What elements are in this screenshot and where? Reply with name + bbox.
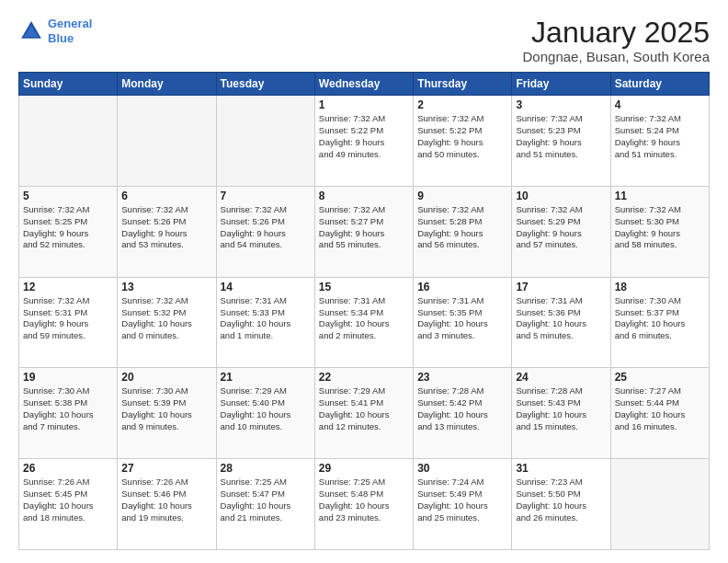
day-number: 7 xyxy=(221,190,311,202)
col-sunday: Sunday xyxy=(19,73,118,96)
table-cell xyxy=(610,459,709,550)
day-number: 2 xyxy=(417,98,507,111)
day-info: Sunrise: 7:30 AM Sunset: 5:38 PM Dayligh… xyxy=(23,385,113,432)
day-number: 8 xyxy=(319,190,409,202)
week-row-4: 19Sunrise: 7:30 AM Sunset: 5:38 PM Dayli… xyxy=(19,368,710,459)
page: General Blue January 2025 Dongnae, Busan… xyxy=(0,0,728,563)
day-info: Sunrise: 7:32 AM Sunset: 5:24 PM Dayligh… xyxy=(615,113,705,160)
col-wednesday: Wednesday xyxy=(314,73,413,96)
day-info: Sunrise: 7:32 AM Sunset: 5:28 PM Dayligh… xyxy=(417,204,507,251)
day-info: Sunrise: 7:25 AM Sunset: 5:48 PM Dayligh… xyxy=(319,477,409,523)
table-cell: 17Sunrise: 7:31 AM Sunset: 5:36 PM Dayli… xyxy=(512,277,610,368)
col-friday: Friday xyxy=(512,73,610,96)
day-number: 27 xyxy=(121,462,211,475)
day-info: Sunrise: 7:32 AM Sunset: 5:26 PM Dayligh… xyxy=(121,204,211,251)
table-cell: 10Sunrise: 7:32 AM Sunset: 5:29 PM Dayli… xyxy=(512,186,610,277)
table-cell xyxy=(216,96,314,187)
day-info: Sunrise: 7:27 AM Sunset: 5:44 PM Dayligh… xyxy=(615,385,705,432)
day-number: 22 xyxy=(319,371,409,384)
table-cell: 9Sunrise: 7:32 AM Sunset: 5:28 PM Daylig… xyxy=(414,186,512,277)
table-cell: 15Sunrise: 7:31 AM Sunset: 5:34 PM Dayli… xyxy=(314,277,413,368)
day-number: 4 xyxy=(615,98,705,111)
day-number: 31 xyxy=(516,462,606,475)
header: General Blue January 2025 Dongnae, Busan… xyxy=(18,17,710,64)
table-cell: 16Sunrise: 7:31 AM Sunset: 5:35 PM Dayli… xyxy=(414,277,512,368)
day-number: 17 xyxy=(516,281,606,293)
week-row-1: 1Sunrise: 7:32 AM Sunset: 5:22 PM Daylig… xyxy=(19,96,710,187)
col-tuesday: Tuesday xyxy=(216,73,314,96)
table-cell: 27Sunrise: 7:26 AM Sunset: 5:46 PM Dayli… xyxy=(118,459,216,550)
table-cell: 1Sunrise: 7:32 AM Sunset: 5:22 PM Daylig… xyxy=(314,96,413,187)
day-number: 13 xyxy=(121,281,211,293)
table-cell: 11Sunrise: 7:32 AM Sunset: 5:30 PM Dayli… xyxy=(610,186,709,277)
day-number: 24 xyxy=(516,371,606,384)
table-cell: 25Sunrise: 7:27 AM Sunset: 5:44 PM Dayli… xyxy=(610,368,709,459)
day-info: Sunrise: 7:31 AM Sunset: 5:36 PM Dayligh… xyxy=(516,295,606,342)
day-number: 19 xyxy=(23,371,113,384)
logo-icon xyxy=(18,18,44,44)
day-info: Sunrise: 7:29 AM Sunset: 5:40 PM Dayligh… xyxy=(221,385,311,432)
day-number: 14 xyxy=(221,281,311,293)
day-info: Sunrise: 7:32 AM Sunset: 5:23 PM Dayligh… xyxy=(516,113,606,160)
day-info: Sunrise: 7:28 AM Sunset: 5:43 PM Dayligh… xyxy=(516,385,606,432)
day-number: 29 xyxy=(319,462,409,475)
table-cell: 24Sunrise: 7:28 AM Sunset: 5:43 PM Dayli… xyxy=(512,368,610,459)
title-block: January 2025 Dongnae, Busan, South Korea xyxy=(523,17,710,64)
table-cell: 20Sunrise: 7:30 AM Sunset: 5:39 PM Dayli… xyxy=(118,368,216,459)
week-row-2: 5Sunrise: 7:32 AM Sunset: 5:25 PM Daylig… xyxy=(19,186,710,277)
table-cell: 6Sunrise: 7:32 AM Sunset: 5:26 PM Daylig… xyxy=(118,186,216,277)
day-info: Sunrise: 7:25 AM Sunset: 5:47 PM Dayligh… xyxy=(221,477,311,523)
table-cell: 22Sunrise: 7:29 AM Sunset: 5:41 PM Dayli… xyxy=(314,368,413,459)
day-info: Sunrise: 7:32 AM Sunset: 5:30 PM Dayligh… xyxy=(615,204,705,251)
day-info: Sunrise: 7:31 AM Sunset: 5:34 PM Dayligh… xyxy=(319,295,409,342)
day-number: 1 xyxy=(319,98,409,111)
day-info: Sunrise: 7:30 AM Sunset: 5:37 PM Dayligh… xyxy=(615,295,705,342)
day-info: Sunrise: 7:31 AM Sunset: 5:33 PM Dayligh… xyxy=(221,295,311,342)
day-number: 25 xyxy=(615,371,705,384)
header-row: Sunday Monday Tuesday Wednesday Thursday… xyxy=(19,73,710,96)
day-info: Sunrise: 7:31 AM Sunset: 5:35 PM Dayligh… xyxy=(417,295,507,342)
table-cell: 7Sunrise: 7:32 AM Sunset: 5:26 PM Daylig… xyxy=(216,186,314,277)
day-number: 11 xyxy=(615,190,705,202)
day-info: Sunrise: 7:23 AM Sunset: 5:50 PM Dayligh… xyxy=(516,477,606,523)
day-number: 21 xyxy=(221,371,311,384)
day-number: 9 xyxy=(417,190,507,202)
day-number: 5 xyxy=(23,190,113,202)
day-number: 20 xyxy=(121,371,211,384)
table-cell xyxy=(118,96,216,187)
day-number: 12 xyxy=(23,281,113,293)
day-number: 28 xyxy=(221,462,311,475)
table-cell: 5Sunrise: 7:32 AM Sunset: 5:25 PM Daylig… xyxy=(19,186,118,277)
table-cell: 18Sunrise: 7:30 AM Sunset: 5:37 PM Dayli… xyxy=(610,277,709,368)
day-info: Sunrise: 7:32 AM Sunset: 5:22 PM Dayligh… xyxy=(319,113,409,160)
col-monday: Monday xyxy=(118,73,216,96)
week-row-5: 26Sunrise: 7:26 AM Sunset: 5:45 PM Dayli… xyxy=(19,459,710,550)
day-info: Sunrise: 7:30 AM Sunset: 5:39 PM Dayligh… xyxy=(121,385,211,432)
table-cell: 26Sunrise: 7:26 AM Sunset: 5:45 PM Dayli… xyxy=(19,459,118,550)
day-info: Sunrise: 7:32 AM Sunset: 5:25 PM Dayligh… xyxy=(23,204,113,251)
day-info: Sunrise: 7:32 AM Sunset: 5:22 PM Dayligh… xyxy=(417,113,507,160)
table-cell: 14Sunrise: 7:31 AM Sunset: 5:33 PM Dayli… xyxy=(216,277,314,368)
day-number: 3 xyxy=(516,98,606,111)
table-cell: 28Sunrise: 7:25 AM Sunset: 5:47 PM Dayli… xyxy=(216,459,314,550)
table-cell: 2Sunrise: 7:32 AM Sunset: 5:22 PM Daylig… xyxy=(414,96,512,187)
day-info: Sunrise: 7:32 AM Sunset: 5:26 PM Dayligh… xyxy=(221,204,311,251)
day-number: 6 xyxy=(121,190,211,202)
table-cell: 21Sunrise: 7:29 AM Sunset: 5:40 PM Dayli… xyxy=(216,368,314,459)
table-cell: 23Sunrise: 7:28 AM Sunset: 5:42 PM Dayli… xyxy=(414,368,512,459)
day-info: Sunrise: 7:28 AM Sunset: 5:42 PM Dayligh… xyxy=(417,385,507,432)
logo: General Blue xyxy=(18,17,92,45)
logo-text: General Blue xyxy=(48,17,92,45)
day-number: 23 xyxy=(417,371,507,384)
logo-line1: General xyxy=(48,17,92,30)
day-info: Sunrise: 7:32 AM Sunset: 5:27 PM Dayligh… xyxy=(319,204,409,251)
day-info: Sunrise: 7:32 AM Sunset: 5:31 PM Dayligh… xyxy=(23,295,113,342)
table-cell: 13Sunrise: 7:32 AM Sunset: 5:32 PM Dayli… xyxy=(118,277,216,368)
day-info: Sunrise: 7:32 AM Sunset: 5:29 PM Dayligh… xyxy=(516,204,606,251)
table-cell: 30Sunrise: 7:24 AM Sunset: 5:49 PM Dayli… xyxy=(414,459,512,550)
table-cell: 8Sunrise: 7:32 AM Sunset: 5:27 PM Daylig… xyxy=(314,186,413,277)
day-number: 30 xyxy=(417,462,507,475)
day-number: 18 xyxy=(615,281,705,293)
table-cell: 12Sunrise: 7:32 AM Sunset: 5:31 PM Dayli… xyxy=(19,277,118,368)
calendar-title: January 2025 xyxy=(523,17,710,49)
